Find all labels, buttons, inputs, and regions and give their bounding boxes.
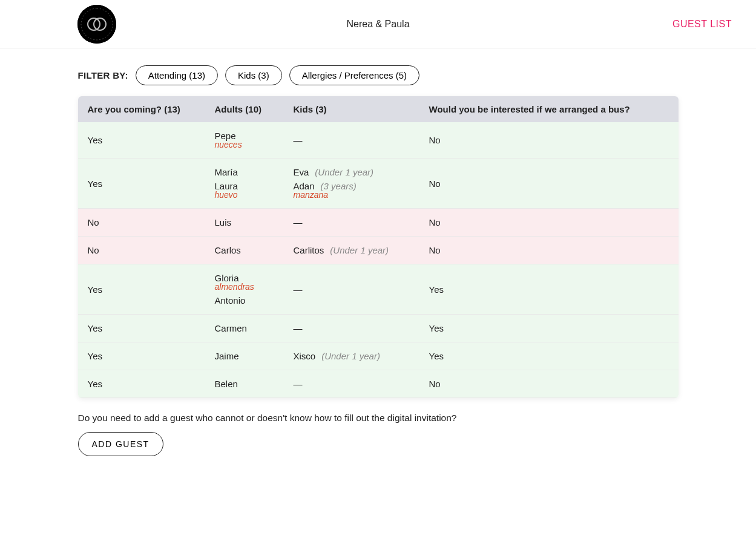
cell-adults: Jaime	[215, 351, 294, 361]
col-header-bus: Would you be interested if we arranged a…	[429, 104, 669, 114]
cell-coming: Yes	[88, 178, 215, 189]
kid-name: Carlitos	[294, 245, 324, 255]
table-row[interactable]: YesCarmen—Yes	[78, 315, 679, 342]
kids-empty-dash: —	[294, 323, 429, 333]
cell-bus: Yes	[429, 284, 669, 295]
kid-age: (Under 1 year)	[315, 167, 373, 177]
col-header-adults: Adults (10)	[215, 104, 294, 114]
cell-kids: —	[294, 135, 429, 145]
cell-adults: Belen	[215, 379, 294, 389]
table-row[interactable]: YesMaríaLaurahuevoEva(Under 1 year)Adan(…	[78, 159, 679, 209]
cell-kids: —	[294, 379, 429, 389]
adult-name: Antonio	[215, 295, 246, 306]
main-content: FILTER BY: Attending (13) Kids (3) Aller…	[78, 48, 679, 480]
table-header-row: Are you coming? (13) Adults (10) Kids (3…	[78, 96, 679, 122]
bus-value: Yes	[429, 323, 669, 333]
cell-bus: No	[429, 245, 669, 255]
kids-empty-dash: —	[294, 284, 429, 295]
coming-value: Yes	[88, 284, 215, 295]
coming-value: Yes	[88, 323, 215, 333]
filter-by-label: FILTER BY:	[78, 70, 128, 80]
guest-list-link[interactable]: GUEST LIST	[672, 19, 732, 30]
adult-name: Jaime	[215, 351, 239, 361]
cell-adults: Pepenueces	[215, 131, 294, 149]
filter-chip-allergies[interactable]: Allergies / Preferences (5)	[289, 65, 419, 85]
site-logo[interactable]	[77, 5, 116, 44]
cell-adults: GloriaalmendrasAntonio	[215, 273, 294, 306]
bus-value: No	[429, 217, 669, 227]
app-header: Nerea & Paula GUEST LIST	[0, 0, 756, 48]
filter-row: FILTER BY: Attending (13) Kids (3) Aller…	[78, 65, 679, 85]
rings-logo-icon	[77, 5, 116, 44]
adult-name: Carmen	[215, 323, 247, 333]
cell-kids: —	[294, 323, 429, 333]
cell-kids: —	[294, 217, 429, 227]
adult-name: Carlos	[215, 245, 241, 255]
guest-table: Are you coming? (13) Adults (10) Kids (3…	[78, 96, 679, 398]
bus-value: No	[429, 245, 669, 255]
cell-kids: Xisco(Under 1 year)	[294, 351, 429, 361]
cell-bus: No	[429, 217, 669, 227]
guest-table-scroll[interactable]: Are you coming? (13) Adults (10) Kids (3…	[78, 96, 679, 398]
col-header-kids: Kids (3)	[294, 104, 429, 114]
table-row[interactable]: YesGloriaalmendrasAntonio—Yes	[78, 264, 679, 315]
kids-empty-dash: —	[294, 379, 429, 389]
cell-kids: Carlitos(Under 1 year)	[294, 245, 429, 255]
kid-name: Eva	[294, 167, 309, 177]
col-header-coming: Are you coming? (13)	[88, 104, 215, 114]
cell-coming: Yes	[88, 351, 215, 361]
filter-chip-attending[interactable]: Attending (13)	[136, 65, 218, 85]
kids-empty-dash: —	[294, 135, 429, 145]
table-row[interactable]: YesBelen—No	[78, 370, 679, 398]
table-row[interactable]: NoLuis—No	[78, 209, 679, 237]
adult-allergy: huevo	[215, 190, 294, 200]
cell-bus: No	[429, 178, 669, 189]
adult-allergy: nueces	[215, 140, 294, 149]
coming-value: Yes	[88, 351, 215, 361]
adult-name: Belen	[215, 379, 238, 389]
coming-value: No	[88, 217, 215, 227]
cell-coming: Yes	[88, 323, 215, 333]
cell-coming: Yes	[88, 379, 215, 389]
cell-kids: —	[294, 284, 429, 295]
cell-bus: No	[429, 379, 669, 389]
cell-adults: Carlos	[215, 245, 294, 255]
bus-value: No	[429, 379, 669, 389]
cell-coming: No	[88, 245, 215, 255]
cell-coming: No	[88, 217, 215, 227]
cell-coming: Yes	[88, 135, 215, 145]
bus-value: No	[429, 135, 669, 145]
cell-coming: Yes	[88, 284, 215, 295]
svg-point-0	[77, 5, 116, 44]
filter-chip-kids[interactable]: Kids (3)	[225, 65, 282, 85]
bus-value: Yes	[429, 284, 669, 295]
cell-adults: MaríaLaurahuevo	[215, 167, 294, 200]
coming-value: No	[88, 245, 215, 255]
kid-name: Xisco	[294, 351, 316, 361]
table-row[interactable]: YesPepenueces—No	[78, 122, 679, 159]
bus-value: Yes	[429, 351, 669, 361]
table-row[interactable]: NoCarlosCarlitos(Under 1 year)No	[78, 237, 679, 264]
adult-allergy: almendras	[215, 282, 294, 292]
kids-empty-dash: —	[294, 217, 429, 227]
coming-value: Yes	[88, 178, 215, 189]
kid-allergy: manzana	[294, 190, 429, 200]
add-guest-button[interactable]: ADD GUEST	[78, 432, 163, 456]
adult-name: Luis	[215, 217, 232, 227]
table-row[interactable]: YesJaimeXisco(Under 1 year)Yes	[78, 342, 679, 370]
coming-value: Yes	[88, 135, 215, 145]
cell-adults: Luis	[215, 217, 294, 227]
cell-adults: Carmen	[215, 323, 294, 333]
add-guest-prompt: Do you need to add a guest who cannot or…	[78, 413, 679, 424]
cell-bus: No	[429, 135, 669, 145]
cell-bus: Yes	[429, 351, 669, 361]
bus-value: No	[429, 178, 669, 189]
coming-value: Yes	[88, 379, 215, 389]
adult-name: María	[215, 167, 238, 177]
kid-age: (Under 1 year)	[321, 351, 380, 361]
cell-kids: Eva(Under 1 year)Adan(3 years)manzana	[294, 167, 429, 200]
cell-bus: Yes	[429, 323, 669, 333]
kid-age: (Under 1 year)	[330, 245, 389, 255]
